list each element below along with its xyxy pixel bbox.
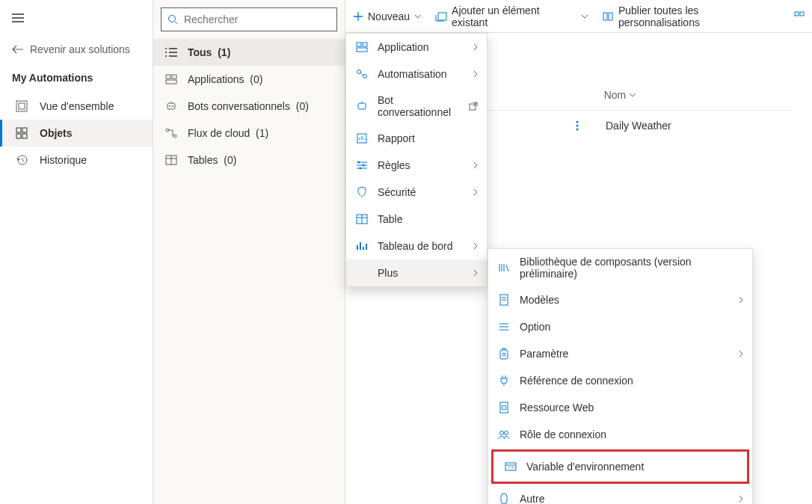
svg-rect-25 xyxy=(357,43,361,46)
svg-point-41 xyxy=(502,405,506,410)
filter-tables[interactable]: Tables (0) xyxy=(153,147,345,173)
object-filter-panel: Tous (1) Applications (0) Bots conversat… xyxy=(153,0,345,504)
svg-rect-2 xyxy=(16,128,21,132)
option-icon xyxy=(497,320,511,334)
menu-label: Automatisation xyxy=(378,68,464,80)
search-box[interactable] xyxy=(161,7,337,31)
flow-icon xyxy=(165,127,177,139)
overflow-icon[interactable] xyxy=(794,11,805,22)
menu-table[interactable]: Table xyxy=(346,206,487,233)
menu-security[interactable]: Sécurité xyxy=(346,179,487,206)
menu-bot[interactable]: Bot conversationnel xyxy=(346,87,487,125)
menu-other[interactable]: Autre xyxy=(488,485,752,504)
automation-icon xyxy=(355,67,369,81)
menu-label: Règles xyxy=(378,159,464,171)
svg-rect-9 xyxy=(172,75,176,79)
command-bar: Nouveau Ajouter un élément existant Publ… xyxy=(345,0,812,33)
menu-label: Ressource Web xyxy=(520,402,743,414)
btn-label: Ajouter un élément existant xyxy=(452,4,576,28)
filter-all[interactable]: Tous (1) xyxy=(153,39,345,66)
nav-history[interactable]: Historique xyxy=(0,147,153,173)
chevron-down-icon xyxy=(581,14,588,19)
menu-label: Bibliothèque de composants (version prél… xyxy=(520,256,743,280)
nav-overview[interactable]: Vue d'ensemble xyxy=(0,93,153,120)
menu-templates[interactable]: Modèles xyxy=(488,286,752,313)
publish-icon xyxy=(602,11,614,22)
external-icon xyxy=(469,102,478,111)
filter-bots[interactable]: Bots conversationnels (0) xyxy=(153,93,345,120)
menu-report[interactable]: Rapport xyxy=(346,125,487,152)
col-header-display[interactable]: Nom xyxy=(604,89,637,101)
svg-point-13 xyxy=(172,105,173,107)
svg-point-35 xyxy=(360,168,362,170)
chevron-right-icon xyxy=(473,269,478,277)
menu-label: Modèles xyxy=(520,294,730,306)
more-submenu: Bibliothèque de composants (version prél… xyxy=(487,248,753,504)
menu-component-library[interactable]: Bibliothèque de composants (version prél… xyxy=(488,249,752,286)
menu-application[interactable]: Application xyxy=(346,34,487,61)
svg-rect-30 xyxy=(358,103,366,109)
add-existing-button[interactable]: Ajouter un élément existant xyxy=(435,4,588,28)
svg-rect-17 xyxy=(438,13,446,20)
filter-applications[interactable]: Applications (0) xyxy=(153,66,345,93)
nav-objects[interactable]: Objets xyxy=(0,120,153,147)
svg-rect-18 xyxy=(603,13,607,20)
env-variable-highlight: Variable d'environnement xyxy=(491,449,749,484)
svg-point-39 xyxy=(502,353,505,356)
nav-label: Objets xyxy=(40,127,73,139)
menu-more[interactable]: Plus xyxy=(346,259,487,286)
left-nav: Revenir aux solutions My Automations Vue… xyxy=(0,0,153,504)
new-button[interactable]: Nouveau xyxy=(353,10,422,22)
menu-label: Référence de connexion xyxy=(520,375,743,387)
publish-button[interactable]: Publier toutes les personnalisations xyxy=(602,4,781,28)
menu-automation[interactable]: Automatisation xyxy=(346,61,487,87)
dashboard-icon xyxy=(355,239,369,253)
chevron-right-icon xyxy=(473,188,478,196)
menu-option[interactable]: Option xyxy=(488,313,752,340)
menu-connection-reference[interactable]: Référence de connexion xyxy=(488,367,752,394)
back-to-solutions-link[interactable]: Revenir aux solutions xyxy=(0,36,153,63)
svg-rect-20 xyxy=(795,12,799,16)
svg-point-15 xyxy=(173,135,176,138)
svg-rect-3 xyxy=(22,128,27,132)
blank-icon xyxy=(355,266,369,280)
menu-label: Sécurité xyxy=(378,186,464,198)
chevron-down-icon xyxy=(629,93,636,97)
chevron-right-icon xyxy=(473,43,478,51)
chevron-right-icon xyxy=(473,242,478,250)
plus-icon xyxy=(353,11,363,22)
menu-parameter[interactable]: Paramètre xyxy=(488,340,752,367)
people-icon xyxy=(497,428,511,441)
plug-icon xyxy=(497,374,511,387)
menu-connection-role[interactable]: Rôle de connexion xyxy=(488,421,752,448)
web-resource-icon xyxy=(497,401,511,414)
chevron-right-icon xyxy=(473,162,478,169)
menu-rules[interactable]: Règles xyxy=(346,152,487,179)
chevron-right-icon xyxy=(739,350,743,357)
filter-label: Tous (1) xyxy=(188,46,230,58)
svg-rect-44 xyxy=(505,463,516,470)
chevron-right-icon xyxy=(739,296,743,304)
svg-point-33 xyxy=(358,162,360,164)
menu-web-resource[interactable]: Ressource Web xyxy=(488,394,752,421)
menu-dashboard[interactable]: Tableau de bord xyxy=(346,233,487,259)
env-variable-icon xyxy=(504,460,517,473)
filter-label: Bots conversationnels (0) xyxy=(188,100,309,112)
nav-label: Vue d'ensemble xyxy=(40,100,114,112)
svg-rect-27 xyxy=(357,48,367,52)
app-icon xyxy=(355,40,369,54)
search-input[interactable] xyxy=(184,13,330,25)
menu-environment-variable[interactable]: Variable d'environnement xyxy=(495,453,745,480)
svg-rect-0 xyxy=(16,101,27,111)
btn-label: Publier toutes les personnalisations xyxy=(618,4,781,28)
bot-icon xyxy=(355,99,369,113)
row-actions-button[interactable] xyxy=(576,120,606,131)
col-label: Nom xyxy=(604,89,627,101)
menu-label: Paramètre xyxy=(520,348,730,360)
hamburger-button[interactable] xyxy=(0,0,36,36)
menu-label: Table xyxy=(378,213,478,225)
report-icon xyxy=(355,132,369,145)
svg-rect-19 xyxy=(609,13,612,20)
filter-cloud-flows[interactable]: Flux de cloud (1) xyxy=(153,120,345,147)
chevron-down-icon xyxy=(414,14,422,19)
